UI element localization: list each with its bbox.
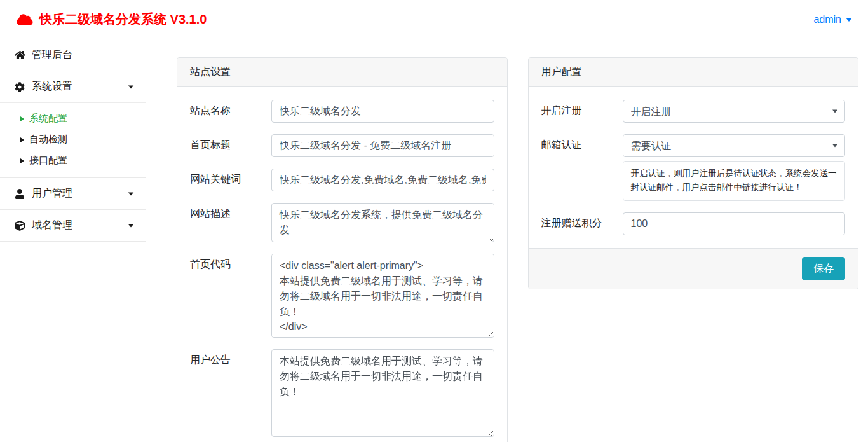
caret-right-icon [20,158,24,163]
site-settings-card: 站点设置 站点名称 首页标题 网站关键词 [177,57,508,442]
form-row: 首页代码 <div class="alert alert-primary"> 本… [190,254,494,338]
form-row: 站点名称 [190,100,494,123]
layout: 管理后台 系统设置 系统配置 自动检测 接口配置 [0,39,868,442]
user-menu[interactable]: admin [813,14,852,25]
user-menu-label: admin [813,14,841,25]
chevron-down-icon [846,18,852,22]
sidebar-subitem-label: 系统配置 [29,113,67,125]
home-code-textarea[interactable]: <div class="alert alert-primary"> 本站提供免费… [271,254,494,338]
site-settings-card-title: 站点设置 [177,58,507,87]
cube-icon [14,221,25,231]
sidebar-item-user-management[interactable]: 用户管理 [0,178,146,210]
sidebar-item-system-settings[interactable]: 系统设置 [0,71,146,103]
user-config-card: 用户配置 开启注册 开启注册 邮箱认证 [528,57,859,289]
field-label: 用户公告 [190,349,271,437]
form-row: 网站关键词 [190,169,494,191]
app-header: 快乐二级域名分发系统 V3.1.0 admin [0,0,868,39]
gear-icon [14,82,25,92]
form-row: 首页标题 [190,134,494,157]
site-settings-card-body: 站点名称 首页标题 网站关键词 [177,87,507,442]
sidebar-item-label: 管理后台 [32,48,72,62]
field-label: 开启注册 [541,100,623,123]
form-row: 注册赠送积分 [541,212,846,235]
form-row: 用户公告 本站提供免费二级域名用于测试、学习等，请勿将二级域名用于一切非法用途，… [190,349,494,437]
field-label: 站点名称 [190,100,271,123]
field-label: 邮箱认证 [541,134,623,201]
sidebar-item-label: 域名管理 [32,219,72,232]
register-enable-select[interactable]: 开启注册 [623,100,846,123]
user-config-card-body: 开启注册 开启注册 邮箱认证 [529,87,858,248]
sidebar-subitem-system-config[interactable]: 系统配置 [0,108,146,129]
chevron-down-icon [128,85,134,88]
caret-right-icon [20,137,24,142]
form-row: 开启注册 开启注册 [541,100,846,123]
main-content: 站点设置 站点名称 首页标题 网站关键词 [146,39,868,442]
field-label: 网站描述 [190,203,271,242]
field-label: 首页标题 [190,134,271,157]
caret-right-icon [20,116,24,121]
field-label: 首页代码 [190,254,271,338]
sidebar-subitem-auto-detect[interactable]: 自动检测 [0,129,146,150]
user-config-card-title: 用户配置 [529,58,858,87]
system-settings-submenu: 系统配置 自动检测 接口配置 [0,103,146,178]
sidebar-item-admin-home[interactable]: 管理后台 [0,39,146,71]
field-label: 注册赠送积分 [541,212,623,235]
sidebar-item-label: 系统设置 [32,80,72,93]
home-title-input[interactable] [271,134,494,157]
cloud-icon [16,13,34,26]
user-config-card-footer: 保存 [529,248,858,289]
user-icon [14,189,25,199]
brand[interactable]: 快乐二级域名分发系统 V3.1.0 [16,11,207,28]
field-label: 网站关键词 [190,169,271,191]
site-description-textarea[interactable]: 快乐二级域名分发系统，提供免费二级域名分发 [271,203,494,242]
sidebar-subitem-label: 接口配置 [29,155,67,167]
email-auth-select[interactable]: 需要认证 [623,134,846,157]
save-button[interactable]: 保存 [802,257,845,280]
chevron-down-icon [128,224,134,227]
form-row: 邮箱认证 需要认证 开启认证，则用户注册后是待认证状态，系统会发送一封认证邮件，… [541,134,846,201]
form-row: 网站描述 快乐二级域名分发系统，提供免费二级域名分发 [190,203,494,242]
user-announcement-textarea[interactable]: 本站提供免费二级域名用于测试、学习等，请勿将二级域名用于一切非法用途，一切责任自… [271,349,494,437]
sidebar: 管理后台 系统设置 系统配置 自动检测 接口配置 [0,39,146,442]
sidebar-subitem-label: 自动检测 [29,134,67,146]
sidebar-item-label: 用户管理 [32,187,72,200]
register-points-input[interactable] [623,212,846,235]
sidebar-item-domain-management[interactable]: 域名管理 [0,210,146,242]
site-name-input[interactable] [271,100,494,123]
sidebar-subitem-api-config[interactable]: 接口配置 [0,150,146,171]
chevron-down-icon [128,192,134,195]
email-auth-help-text: 开启认证，则用户注册后是待认证状态，系统会发送一封认证邮件，用户点击邮件中链接进… [623,161,846,201]
site-keywords-input[interactable] [271,169,494,191]
home-icon [14,50,25,60]
brand-title: 快乐二级域名分发系统 V3.1.0 [39,11,207,28]
